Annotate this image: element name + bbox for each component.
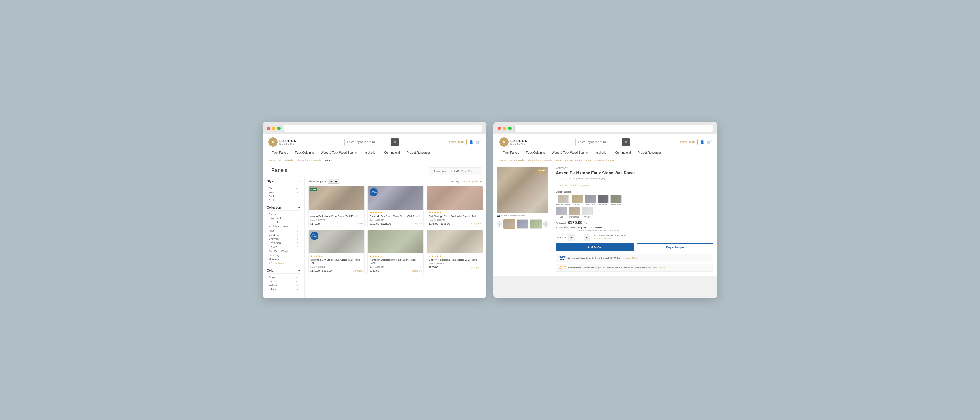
amazon-learn-more[interactable]: Learn More (653, 266, 665, 269)
filter-river-rock[interactable]: River Rock 3 (267, 216, 300, 221)
collapse-style-icon[interactable]: − (298, 180, 300, 183)
buy-sample-button[interactable]: Buy A Sample (637, 243, 713, 251)
nav-inspiration-right[interactable]: Inspiration (591, 149, 612, 157)
add-to-cart-button[interactable]: Add To Cart (556, 243, 635, 251)
nav-commercial-right[interactable]: Commercial (612, 149, 634, 157)
compare-link-6[interactable]: Compare (471, 266, 481, 269)
product-card-6[interactable]: ★★★★★ Carlton Fieldstone Faux Stone Wall… (427, 230, 483, 274)
cart-icon-right[interactable]: 🛒 (707, 140, 712, 145)
breadcrumb-shop-all-right[interactable]: Shop All Faux Panels (527, 159, 552, 162)
filter-stone[interactable]: Stone 13 (267, 186, 300, 190)
user-icon-left[interactable]: 👤 (469, 140, 474, 145)
swatch-blended-quarry[interactable]: Blended Quarry (556, 195, 570, 205)
compare-link-4[interactable]: Compare (353, 269, 363, 272)
swatch-graphite[interactable]: Graphite (598, 195, 609, 205)
filter-dakota[interactable]: Dakota 1 (267, 245, 300, 249)
nav-commercial-left[interactable]: Commercial (381, 149, 403, 157)
product-card-5[interactable]: ★★★★★ Hampton Cobblestone Faux Stone Wal… (368, 230, 424, 274)
filter-rock[interactable]: Rock 2 (267, 198, 300, 202)
calculator-link[interactable]: Use Our Calculator (593, 237, 612, 240)
filter-contempo[interactable]: Contempo 3 (267, 241, 300, 245)
filter-anson[interactable]: Anson 1 (267, 229, 300, 233)
swatch-earth[interactable]: Earth (572, 195, 583, 205)
nav-project-resources-left[interactable]: Project Resources (403, 149, 434, 157)
sort-select[interactable]: Most Popular (461, 180, 483, 183)
compare-link-5[interactable]: Compare (412, 269, 422, 272)
thumb-next-button[interactable]: › (543, 221, 548, 227)
breadcrumb-home-right[interactable]: Home (500, 159, 506, 162)
breadcrumb-shop-all-left[interactable]: Shop All Faux Panels (296, 159, 321, 162)
thumbnail-1[interactable] (503, 220, 515, 229)
filter-carlton[interactable]: Carlton 2 (267, 212, 300, 216)
show-more-collection[interactable]: + Show More (267, 261, 300, 266)
filter-yellows[interactable]: Yellows 9 (267, 283, 300, 288)
filter-brick[interactable]: Brick 5 (267, 194, 300, 198)
search-input-left[interactable] (345, 138, 391, 146)
filter-colorado[interactable]: Colorado 2 (267, 221, 300, 224)
paypal-learn-more[interactable]: Learn More (625, 257, 638, 259)
nav-faux-panels-left[interactable]: Faux Panels (268, 149, 292, 157)
quantity-decrement-button[interactable]: − (568, 234, 575, 240)
nav-wood-beams-right[interactable]: Wood & Faux Wood Beams (548, 149, 591, 157)
nav-faux-columns-right[interactable]: Faux Columns (523, 149, 548, 157)
thumbnail-3[interactable] (530, 220, 542, 229)
filter-end-grain-wood[interactable]: End Grain Wood 1 (267, 249, 300, 253)
search-bar-left[interactable]: 🔍 (344, 138, 399, 146)
filter-reclaimed-wood[interactable]: Reclaimed Wood 3 (267, 224, 300, 229)
filter-grays[interactable]: Grays 27 (267, 275, 300, 279)
maximize-button-right[interactable] (508, 127, 512, 130)
filter-wood[interactable]: Wood 4 (267, 190, 300, 194)
collapse-collection-icon[interactable]: − (298, 206, 300, 209)
thumb-prev-button[interactable]: ‹ (497, 221, 502, 227)
nav-faux-panels-right[interactable]: Faux Panels (500, 149, 523, 157)
breadcrumb-panels-right[interactable]: Panels (555, 159, 564, 162)
product-card-3[interactable]: ★★★★★ Old Chicago Faux Brick Wall Panel … (427, 186, 483, 227)
quantity-input[interactable] (575, 234, 584, 240)
quantity-increment-button[interactable]: + (584, 234, 590, 240)
shop-samples-link[interactable]: Shop Samples (461, 170, 478, 173)
swatch-everscape[interactable]: Everscape (585, 195, 596, 205)
swatch-mist[interactable]: Mist (556, 207, 567, 218)
search-button-right[interactable]: 🔍 (622, 138, 630, 146)
search-bar-right[interactable]: 🔍 (576, 138, 630, 146)
maximize-button[interactable] (277, 127, 281, 130)
filter-montana[interactable]: Montana 1 (267, 257, 300, 261)
nav-wood-beams-left[interactable]: Wood & Faux Wood Beams (317, 149, 360, 157)
breadcrumb-home-left[interactable]: Home (268, 159, 275, 162)
thumbnail-2[interactable] (517, 220, 528, 229)
nav-project-resources-right[interactable]: Project Resources (635, 149, 665, 157)
per-page-control[interactable]: Show per page: 48 (308, 179, 339, 184)
breadcrumb-faux-panels-right[interactable]: Faux Panels (509, 159, 524, 162)
collapse-color-icon[interactable]: − (298, 269, 300, 272)
minimize-button-right[interactable] (503, 127, 506, 130)
filter-carolina[interactable]: Carolina 1 (267, 233, 300, 237)
product-card-4[interactable]: BESTSELLER ★★★★★ Colorado Dry Stack Faux… (308, 230, 364, 274)
search-button-left[interactable]: 🔍 (391, 138, 399, 146)
filter-chevron[interactable]: Chevron 1 (267, 237, 300, 241)
close-button-right[interactable] (498, 127, 501, 130)
user-icon-right[interactable]: 👤 (700, 140, 705, 145)
per-page-select[interactable]: 48 (328, 179, 339, 184)
compare-link-1[interactable]: Compare (353, 222, 363, 225)
swatch-white[interactable]: White (582, 207, 593, 218)
filter-whites[interactable]: Whites 5 (267, 288, 300, 292)
filter-kentucky[interactable]: Kentucky 1 (267, 253, 300, 257)
free-sample-button[interactable]: How Do I Get Free Samples? (556, 183, 592, 188)
cart-icon-left[interactable]: 🛒 (476, 140, 480, 145)
product-card-2[interactable]: BESTSELLER ★★★★★ Colorado Dry Stack Faux… (368, 186, 424, 227)
order-status-button-left[interactable]: Order Status (447, 139, 467, 145)
compare-link-2[interactable]: Compare (412, 222, 422, 225)
address-bar-left[interactable] (283, 125, 482, 132)
address-bar-right[interactable] (514, 125, 713, 132)
nav-faux-columns-left[interactable]: Faux Columns (292, 149, 317, 157)
breadcrumb-faux-panels-left[interactable]: Faux Panels (278, 159, 293, 162)
compare-link-3[interactable]: Compare (471, 222, 481, 225)
filter-reds[interactable]: Reds 11 (267, 279, 300, 283)
swatch-ponderosa[interactable]: Ponderosa (569, 207, 580, 218)
swatch-iced-coffee[interactable]: Iced Coffee (611, 195, 622, 205)
search-input-right[interactable] (576, 138, 622, 146)
close-button[interactable] (267, 127, 270, 130)
product-card-1[interactable]: NEW ☆☆☆☆☆ Anson Fieldstone Faux Stone Wa… (308, 186, 364, 227)
order-status-button-right[interactable]: Order Status (678, 139, 698, 145)
minimize-button[interactable] (272, 127, 275, 130)
